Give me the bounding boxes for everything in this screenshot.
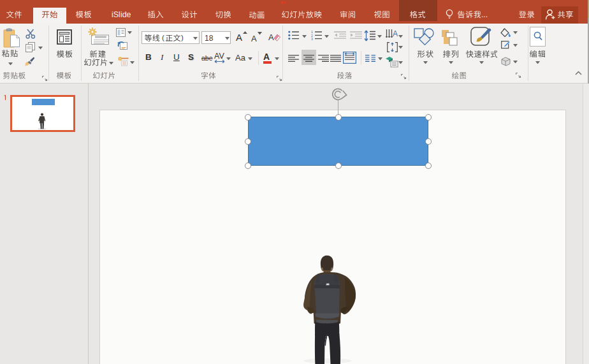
svg-text:A: A — [393, 29, 398, 38]
svg-text:3: 3 — [311, 37, 313, 40]
svg-text:A: A — [268, 33, 274, 42]
svg-text:AV: AV — [214, 52, 224, 61]
